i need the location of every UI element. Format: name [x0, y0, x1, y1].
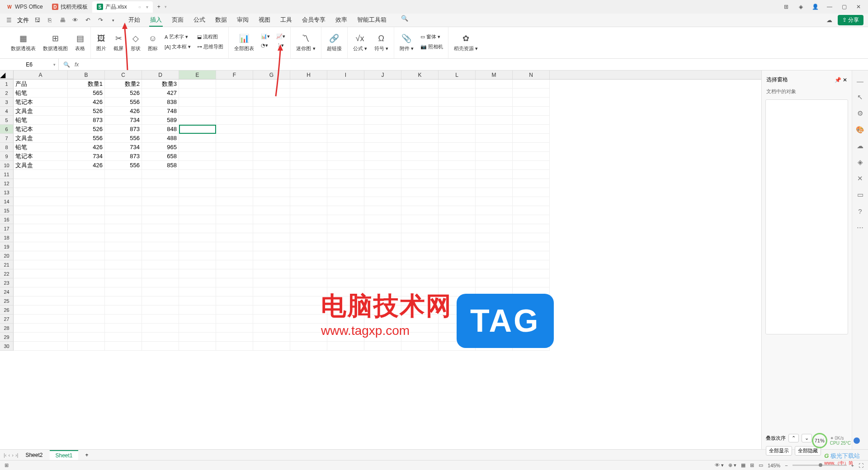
col-header-b[interactable]: B [68, 70, 105, 79]
cell[interactable] [68, 179, 105, 188]
cell[interactable] [327, 116, 364, 125]
cell[interactable] [513, 324, 550, 333]
menu-tab-start[interactable]: 开始 [127, 14, 141, 27]
sheet-last-icon[interactable]: ›| [15, 452, 19, 458]
cell[interactable] [179, 206, 216, 215]
cell[interactable]: 873 [105, 125, 142, 134]
cell[interactable] [513, 116, 550, 125]
cell[interactable] [105, 324, 142, 333]
cell[interactable] [142, 306, 179, 315]
cell[interactable] [68, 269, 105, 278]
cell[interactable]: 734 [105, 116, 142, 125]
cell[interactable] [290, 242, 327, 251]
dropdown-icon[interactable]: ▾ [108, 16, 118, 25]
cell[interactable]: 526 [105, 89, 142, 98]
cell[interactable] [476, 80, 513, 89]
cell[interactable] [216, 170, 253, 179]
cell[interactable] [216, 206, 253, 215]
cell[interactable]: 556 [68, 134, 105, 143]
cell[interactable]: 848 [142, 125, 179, 134]
cell[interactable] [327, 107, 364, 116]
cell[interactable] [253, 306, 290, 315]
cell[interactable] [513, 143, 550, 152]
row-header[interactable]: 13 [0, 188, 14, 197]
cell[interactable]: 数量2 [105, 80, 142, 89]
cell[interactable] [68, 251, 105, 260]
cell[interactable] [364, 342, 401, 351]
cell[interactable] [179, 98, 216, 107]
cell[interactable] [476, 161, 513, 170]
cell[interactable] [439, 161, 476, 170]
cell[interactable]: 426 [68, 98, 105, 107]
cell[interactable] [364, 170, 401, 179]
cell[interactable] [327, 333, 364, 342]
cell[interactable] [105, 342, 142, 351]
cell[interactable] [439, 215, 476, 224]
cell[interactable] [513, 306, 550, 315]
cell[interactable] [179, 215, 216, 224]
cell[interactable] [364, 143, 401, 152]
cell[interactable] [513, 333, 550, 342]
cell[interactable] [179, 260, 216, 269]
cell[interactable]: 565 [68, 89, 105, 98]
layout-tool-icon[interactable]: ▭ [855, 190, 865, 200]
cell[interactable] [439, 296, 476, 306]
cell[interactable] [476, 242, 513, 251]
cell[interactable] [253, 324, 290, 333]
cell[interactable] [290, 143, 327, 152]
cell[interactable] [253, 125, 290, 134]
cell[interactable] [327, 170, 364, 179]
cell[interactable] [401, 278, 439, 287]
cell[interactable] [364, 296, 401, 306]
row-header[interactable]: 10 [0, 161, 14, 170]
cell[interactable] [439, 98, 476, 107]
cell[interactable] [142, 269, 179, 278]
menu-tab-efficiency[interactable]: 效率 [335, 14, 348, 27]
cell[interactable] [364, 324, 401, 333]
all-charts-button[interactable]: 📊全部图表 [232, 33, 256, 53]
hide-all-button[interactable]: 全部隐藏 [795, 446, 821, 456]
cell[interactable] [253, 251, 290, 260]
cell[interactable] [439, 152, 476, 161]
cell[interactable] [290, 215, 327, 224]
cell[interactable] [14, 224, 68, 233]
cell[interactable] [513, 161, 550, 170]
select-all-corner[interactable]: ◢ [0, 70, 14, 79]
cell[interactable] [105, 188, 142, 197]
cell[interactable] [105, 206, 142, 215]
cell[interactable] [513, 170, 550, 179]
cell[interactable] [179, 134, 216, 143]
row-header[interactable]: 2 [0, 89, 14, 98]
cell[interactable] [142, 224, 179, 233]
cell[interactable]: 426 [68, 161, 105, 170]
tab-file-active[interactable]: S 产品.xlsx ○ ▾ [92, 1, 153, 13]
cell[interactable]: 笔记本 [14, 152, 68, 161]
cell[interactable] [513, 342, 550, 351]
cell[interactable] [216, 315, 253, 324]
cell[interactable] [401, 333, 439, 342]
cell[interactable] [216, 98, 253, 107]
bar-chart-button[interactable]: 📊▾ [259, 33, 271, 40]
col-header-j[interactable]: J [364, 70, 401, 79]
cell[interactable] [105, 269, 142, 278]
view-eye-icon[interactable]: 👁 ▾ [715, 462, 724, 468]
menu-tab-tools[interactable]: 工具 [279, 14, 293, 27]
cell[interactable] [253, 134, 290, 143]
cell[interactable] [216, 224, 253, 233]
cell[interactable] [253, 287, 290, 296]
cell[interactable] [216, 197, 253, 206]
sheet-tab-sheet1[interactable]: Sheet1 [50, 450, 78, 460]
cell[interactable] [14, 278, 68, 287]
cell[interactable] [401, 152, 439, 161]
cell[interactable] [290, 80, 327, 89]
undo-icon[interactable]: ↶ [83, 16, 92, 25]
cell[interactable] [476, 224, 513, 233]
tab-wps-home[interactable]: W WPS Office [2, 2, 47, 12]
row-header[interactable]: 8 [0, 143, 14, 152]
cell[interactable] [401, 197, 439, 206]
cell[interactable] [216, 269, 253, 278]
cell[interactable]: 526 [68, 107, 105, 116]
cell[interactable]: 556 [105, 98, 142, 107]
cell[interactable] [68, 170, 105, 179]
cell[interactable] [179, 179, 216, 188]
